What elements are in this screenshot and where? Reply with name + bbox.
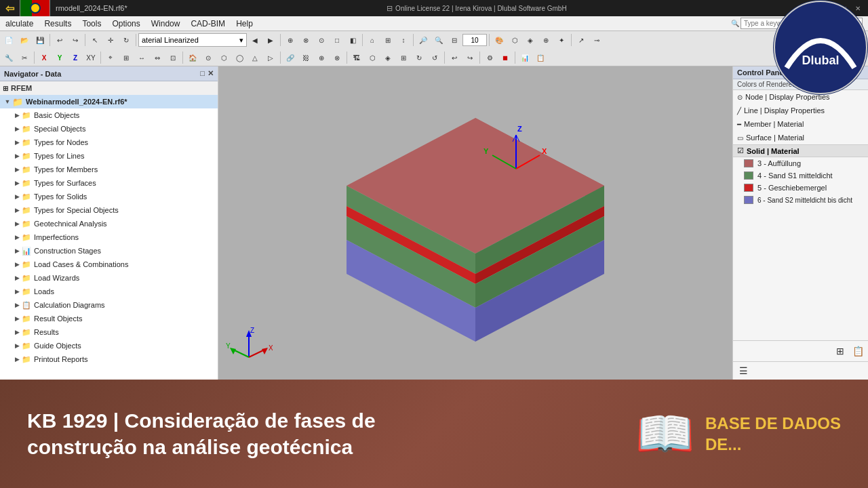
tb2-btn-10[interactable]: ⬡ bbox=[216, 50, 231, 65]
tb2-btn-22[interactable]: ↻ bbox=[412, 50, 427, 65]
tb-btn-20[interactable]: ⊸ bbox=[589, 33, 604, 47]
tb-next-btn[interactable]: ▶ bbox=[263, 33, 278, 47]
tb2-btn-1[interactable]: 🔧 bbox=[1, 50, 16, 65]
menu-item-calculate[interactable]: alculate bbox=[0, 18, 39, 30]
tb2-btn-5[interactable]: ↔ bbox=[134, 50, 149, 65]
cp-list-icon[interactable]: ☰ bbox=[736, 363, 751, 378]
tb2-stop-btn[interactable]: ⏹ bbox=[498, 50, 513, 65]
tb-move-btn[interactable]: ✛ bbox=[103, 33, 118, 47]
cp-solid-checkbox[interactable]: ☑ bbox=[737, 146, 744, 155]
tb2-btn-16[interactable]: ⊕ bbox=[314, 50, 329, 65]
tb-btn-19[interactable]: ↗ bbox=[574, 33, 589, 47]
tb2-btn-12[interactable]: △ bbox=[248, 50, 262, 65]
tb2-undo-btn[interactable]: ↩ bbox=[447, 50, 462, 65]
tb-btn-7[interactable]: ⊙ bbox=[314, 33, 329, 47]
tree-load-wizards[interactable]: ▶ 📁 Load Wizards bbox=[0, 271, 218, 285]
tb2-calc-btn[interactable]: ⚙ bbox=[482, 50, 497, 65]
cp-surface-material[interactable]: ▭ Surface | Material bbox=[733, 131, 868, 144]
viewport[interactable]: Z X Y Z X bbox=[218, 66, 732, 380]
menu-item-results[interactable]: Results bbox=[39, 18, 77, 30]
tree-results[interactable]: ▶ 📁 Results bbox=[0, 325, 218, 339]
tb2-btn-7[interactable]: ⊡ bbox=[165, 50, 180, 65]
tb2-btn-15[interactable]: ⛓ bbox=[298, 50, 313, 65]
tb-wire-btn[interactable]: ⬡ bbox=[507, 33, 522, 47]
tb2-btn-17[interactable]: ⊗ bbox=[330, 50, 344, 65]
tb-btn-15[interactable]: ⊟ bbox=[447, 33, 462, 47]
tb-redo-btn[interactable]: ↪ bbox=[68, 33, 83, 47]
tree-result-objects[interactable]: ▶ 📁 Result Objects bbox=[0, 312, 218, 325]
menu-item-tools[interactable]: Tools bbox=[77, 18, 106, 30]
tb-btn-16[interactable]: ◈ bbox=[523, 33, 538, 47]
tree-types-solids[interactable]: ▶ 📁 Types for Solids bbox=[0, 190, 218, 203]
toolbar-row-2: 🔧 ✂ X Y Z XY ⌖ ⊞ ↔ ⇔ ⊡ 🏠 ⊙ ⬡ ◯ △ ▷ bbox=[0, 49, 868, 66]
tb-btn-14[interactable]: 🔍 bbox=[431, 33, 446, 47]
cp-icon-1[interactable]: ⊞ bbox=[833, 344, 848, 359]
tb-save-btn[interactable]: 💾 bbox=[33, 33, 47, 47]
tb-btn-10[interactable]: ⌂ bbox=[365, 33, 380, 47]
tb-btn-13[interactable]: 🔎 bbox=[416, 33, 431, 47]
cp-icon-2[interactable]: 📋 bbox=[850, 344, 865, 359]
tb2-redo-btn[interactable]: ↪ bbox=[462, 50, 477, 65]
tree-imperfections[interactable]: ▶ 📁 Imperfections bbox=[0, 230, 218, 244]
menu-item-help[interactable]: Help bbox=[231, 18, 258, 30]
tb-material-dropdown[interactable]: aterial Linearized ▾ bbox=[138, 33, 247, 47]
tb-undo-btn[interactable]: ↩ bbox=[52, 33, 67, 47]
tb2-btn-14[interactable]: 🔗 bbox=[283, 50, 298, 65]
tb2-x-btn[interactable]: X bbox=[37, 50, 52, 65]
project-item[interactable]: ▼ 📁 Webinarmodell_2024-EN.rf6* bbox=[0, 95, 218, 108]
tb2-btn-24[interactable]: 📊 bbox=[517, 50, 532, 65]
tree-basic-objects[interactable]: ▶ 📁 Basic Objects bbox=[0, 108, 218, 122]
tb2-btn-19[interactable]: ⬡ bbox=[365, 50, 380, 65]
tree-calc-diagrams[interactable]: ▶ 📋 Calculation Diagrams bbox=[0, 298, 218, 312]
tb2-btn-3[interactable]: ⌖ bbox=[103, 50, 118, 65]
tree-loads[interactable]: ▶ 📁 Loads bbox=[0, 285, 218, 298]
tb2-btn-6[interactable]: ⇔ bbox=[150, 50, 165, 65]
tb-btn-6[interactable]: ⊗ bbox=[298, 33, 313, 47]
tb2-btn-23[interactable]: ↺ bbox=[427, 50, 442, 65]
tree-guide-objects[interactable]: ▶ 📁 Guide Objects bbox=[0, 339, 218, 352]
cp-line-display[interactable]: ╱ Line | Display Properties bbox=[733, 104, 868, 117]
tb2-y-btn[interactable]: Y bbox=[52, 50, 67, 65]
tb2-btn-9[interactable]: ⊙ bbox=[201, 50, 216, 65]
tree-printout-reports[interactable]: ▶ 📁 Printout Reports bbox=[0, 352, 218, 366]
menu-item-cadbim[interactable]: CAD-BIM bbox=[185, 18, 231, 30]
tree-construction-stages[interactable]: ▶ 📊 Construction Stages bbox=[0, 244, 218, 258]
tree-types-nodes[interactable]: ▶ 📁 Types for Nodes bbox=[0, 136, 218, 149]
nav-close-btn[interactable]: ✕ bbox=[208, 69, 214, 78]
tb2-btn-2[interactable]: ✂ bbox=[17, 50, 32, 65]
tree-types-special[interactable]: ▶ 📁 Types for Special Objects bbox=[0, 203, 218, 217]
tree-special-objects[interactable]: ▶ 📁 Special Objects bbox=[0, 122, 218, 136]
tb-btn-12[interactable]: ↕ bbox=[396, 33, 411, 47]
tb2-btn-20[interactable]: ◈ bbox=[380, 50, 395, 65]
tb2-xy-btn[interactable]: XY bbox=[83, 50, 98, 65]
tb2-btn-13[interactable]: ▷ bbox=[263, 50, 278, 65]
tb-render-btn[interactable]: 🎨 bbox=[492, 33, 507, 47]
tree-types-surfaces[interactable]: ▶ 📁 Types for Surfaces bbox=[0, 176, 218, 190]
tb-btn-5[interactable]: ⊕ bbox=[283, 33, 298, 47]
nav-maximize-btn[interactable]: □ bbox=[200, 69, 205, 78]
menu-item-options[interactable]: Options bbox=[106, 18, 145, 30]
tree-load-cases[interactable]: ▶ 📁 Load Cases & Combinations bbox=[0, 258, 218, 271]
tb-btn-18[interactable]: ✦ bbox=[554, 33, 569, 47]
tb2-btn-18[interactable]: 🏗 bbox=[349, 50, 364, 65]
tb-btn-8[interactable]: □ bbox=[330, 33, 344, 47]
tb-btn-9[interactable]: ◧ bbox=[345, 33, 360, 47]
tb-btn-11[interactable]: ⊞ bbox=[380, 33, 395, 47]
tb2-btn-21[interactable]: ⊞ bbox=[396, 50, 411, 65]
tb-open-btn[interactable]: 📂 bbox=[17, 33, 32, 47]
tb2-btn-11[interactable]: ◯ bbox=[232, 50, 247, 65]
tb2-btn-25[interactable]: 📋 bbox=[533, 50, 548, 65]
tb-select-btn[interactable]: ↖ bbox=[87, 33, 102, 47]
tb-new-btn[interactable]: 📄 bbox=[1, 33, 16, 47]
tb-btn-17[interactable]: ⊕ bbox=[538, 33, 553, 47]
tb-prev-btn[interactable]: ◀ bbox=[248, 33, 262, 47]
tree-geotechnical[interactable]: ▶ 📁 Geotechnical Analysis bbox=[0, 217, 218, 230]
menu-item-window[interactable]: Window bbox=[146, 18, 186, 30]
tb-rotate-btn[interactable]: ↻ bbox=[119, 33, 134, 47]
cp-member-material[interactable]: ━ Member | Material bbox=[733, 117, 868, 131]
tree-types-lines[interactable]: ▶ 📁 Types for Lines bbox=[0, 149, 218, 163]
tb2-btn-4[interactable]: ⊞ bbox=[119, 50, 134, 65]
tb2-z-btn[interactable]: Z bbox=[68, 50, 83, 65]
tree-types-members[interactable]: ▶ 📁 Types for Members bbox=[0, 163, 218, 176]
tb2-btn-8[interactable]: 🏠 bbox=[185, 50, 200, 65]
